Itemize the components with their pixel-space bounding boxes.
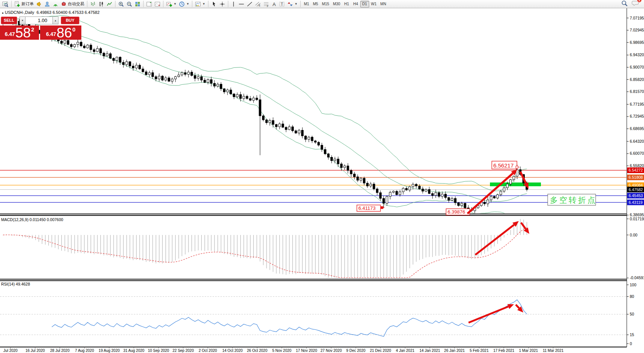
macd-histogram-bar xyxy=(58,235,58,249)
periods-button[interactable]: ▼ xyxy=(178,0,190,7)
price-axis-label: 6.72945 xyxy=(630,114,644,118)
macd-histogram-bar xyxy=(214,235,215,252)
volume-input[interactable]: 1.00 xyxy=(25,16,52,24)
date-axis-label: 19 Aug 2020 xyxy=(99,349,120,353)
notifications-button[interactable]: 1 xyxy=(632,0,639,8)
tile-windows-button[interactable] xyxy=(133,0,142,7)
annotation-anchor-square[interactable] xyxy=(516,166,518,168)
line-chart-button[interactable] xyxy=(105,0,114,7)
price-axis-label: 6.98695 xyxy=(630,40,644,45)
candle-body xyxy=(204,80,205,82)
timeframe-button-m1[interactable]: M1 xyxy=(302,1,311,7)
crosshair-tool-button[interactable] xyxy=(218,0,226,7)
toolbar-separator xyxy=(228,1,228,7)
candle-body xyxy=(379,193,381,198)
text-label-tool-button[interactable]: T xyxy=(278,0,286,7)
macd-histogram-bar xyxy=(296,235,296,274)
pane-divider[interactable] xyxy=(0,215,627,216)
cursor-tool-button[interactable] xyxy=(210,0,218,7)
vertical-line-tool-button[interactable] xyxy=(230,0,237,7)
candle-body xyxy=(298,130,300,133)
zoom-in-button[interactable] xyxy=(117,0,125,7)
date-axis-label: 17 Feb 2021 xyxy=(493,349,515,353)
candle-body xyxy=(132,66,134,68)
macd-histogram-bar xyxy=(270,235,270,270)
volume-increase-button[interactable]: ▲ xyxy=(52,16,58,24)
candle-body xyxy=(425,190,427,191)
candlestick-chart-button[interactable] xyxy=(97,0,105,7)
buy-button[interactable]: BUY xyxy=(61,16,79,24)
macd-histogram-bar xyxy=(130,235,130,259)
candle-body xyxy=(155,77,157,79)
macd-histogram-bar xyxy=(325,235,325,276)
bar-chart-button[interactable] xyxy=(89,0,97,7)
candle-body xyxy=(64,40,66,43)
annotation-anchor-square[interactable] xyxy=(381,206,383,209)
pane-divider[interactable] xyxy=(0,280,627,281)
date-axis-label: 5 Nov 2020 xyxy=(272,349,292,353)
buy-price-display[interactable]: 6.47 86 0 xyxy=(40,25,81,40)
megaphone-button[interactable] xyxy=(35,0,43,7)
chart-preview-button[interactable] xyxy=(1,0,10,7)
macd-histogram-bar xyxy=(61,235,62,251)
macd-histogram-bar xyxy=(110,235,111,256)
candle-body xyxy=(135,65,137,68)
price-axis-label: 6.68695 xyxy=(630,126,644,131)
line-chart-icon xyxy=(106,1,112,7)
timeframe-button-h1[interactable]: H1 xyxy=(342,1,351,7)
search-button[interactable] xyxy=(621,0,628,8)
signals-button[interactable] xyxy=(51,0,60,7)
macd-histogram-bar xyxy=(318,235,319,274)
candle-body xyxy=(93,49,95,51)
arrows-tool-button[interactable]: ▼ xyxy=(286,0,299,7)
chart-shift-button[interactable] xyxy=(145,0,153,7)
channel-tool-button[interactable]: E xyxy=(254,0,262,7)
price-axis-label: 6.55820 xyxy=(630,163,644,168)
volume-decrease-button[interactable]: ▼ xyxy=(19,16,25,24)
macd-histogram-bar xyxy=(221,235,221,253)
sell-price-display[interactable]: 6.47 58 2 xyxy=(0,25,39,40)
candle-body xyxy=(356,177,358,180)
timeframe-button-d1[interactable]: D1 xyxy=(360,1,369,7)
timeframe-button-h4[interactable]: H4 xyxy=(351,1,360,7)
horizontal-line-tool-button[interactable] xyxy=(237,0,246,7)
auto-scroll-button[interactable] xyxy=(153,0,162,7)
timeframe-button-m30[interactable]: M30 xyxy=(331,1,342,7)
buy-price-pip: 0 xyxy=(72,26,75,33)
macd-histogram-bar xyxy=(374,235,374,278)
timeframe-button-m15[interactable]: M15 xyxy=(320,1,331,7)
pane-divider[interactable] xyxy=(0,214,627,214)
dropdown-arrow-icon: ▼ xyxy=(295,2,298,6)
new-order-button[interactable]: 新订单 xyxy=(13,0,35,7)
candle-body xyxy=(396,191,398,194)
toolbar-separator xyxy=(87,1,87,7)
add-indicator-button[interactable]: ▼ xyxy=(165,0,178,7)
text-tool-button[interactable]: A xyxy=(270,0,278,7)
macd-histogram-bar xyxy=(276,235,277,274)
macd-histogram-bar xyxy=(78,235,78,253)
price-annotation-text: 6.41173 xyxy=(358,205,376,211)
fibonacci-tool-button[interactable]: F xyxy=(262,0,270,7)
candle-body xyxy=(318,142,319,145)
macd-histogram-bar xyxy=(422,235,423,259)
autotrading-button[interactable]: 自动交易 xyxy=(60,0,85,7)
macd-histogram-bar xyxy=(406,235,407,272)
trendline-icon xyxy=(247,1,253,7)
timeframe-button-m5[interactable]: M5 xyxy=(311,1,320,7)
templates-button[interactable]: ▼ xyxy=(194,0,207,7)
candle-body xyxy=(243,96,245,99)
timeframe-button-w1[interactable]: W1 xyxy=(369,1,379,7)
dropdown-arrow-icon: ▼ xyxy=(174,2,177,6)
date-axis-label: 26 Jan 2021 xyxy=(444,349,465,353)
zoom-out-button[interactable] xyxy=(125,0,133,7)
candle-body xyxy=(116,57,118,60)
trendline-tool-button[interactable] xyxy=(246,0,254,7)
candle-body xyxy=(87,45,88,48)
candle-body xyxy=(493,196,495,198)
chart-canvas[interactable]: 7.071957.029456.986956.943206.900706.858… xyxy=(0,0,644,353)
pane-divider[interactable] xyxy=(0,279,627,280)
macd-histogram-bar xyxy=(338,235,338,278)
sell-button[interactable]: SELL xyxy=(1,16,17,24)
profile-button[interactable] xyxy=(43,0,51,7)
timeframe-button-mn[interactable]: MN xyxy=(379,1,388,7)
